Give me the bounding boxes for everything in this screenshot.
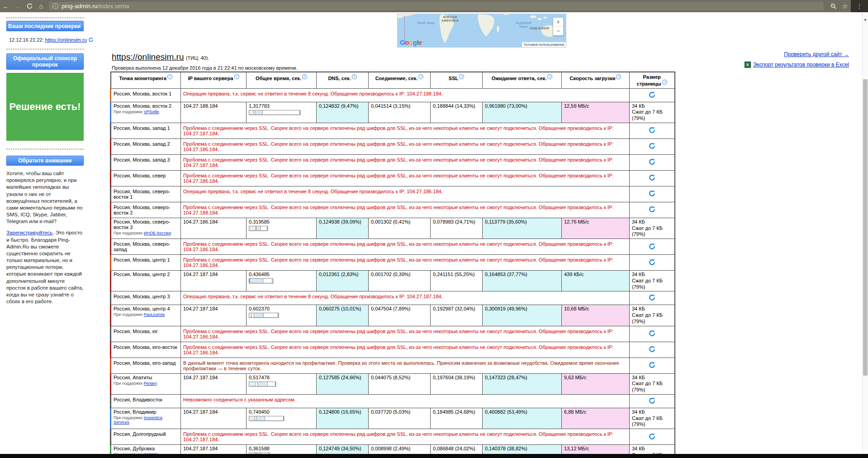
info-icon[interactable]: ? bbox=[352, 74, 357, 79]
zoom-level-icon[interactable] bbox=[827, 0, 839, 12]
google-logo[interactable]: Google bbox=[400, 38, 422, 46]
table-row: Россия, Москва, юго-западВ данный момент… bbox=[111, 358, 675, 373]
recheck-button[interactable] bbox=[630, 358, 675, 373]
status-message-cell: Проблема с соединением через SSL. Скорее… bbox=[181, 202, 630, 218]
google-logo-letter: o bbox=[409, 38, 413, 46]
monitoring-point-cell: Россия, Москва, север bbox=[111, 170, 181, 186]
recheck-button[interactable] bbox=[630, 154, 675, 170]
table-row: Россия, Москва, югПроблема с соединением… bbox=[111, 326, 675, 342]
results-table-wrap: Точка мониторинга?IP вашего сервера?Обще… bbox=[110, 72, 675, 454]
monitoring-point-name: Россия, Москва, центр 4 bbox=[114, 306, 178, 311]
recheck-button[interactable] bbox=[630, 291, 675, 305]
browser-menu-icon[interactable]: ⋮ bbox=[851, 0, 868, 12]
check-other-site-link[interactable]: Проверить другой сайт → bbox=[784, 51, 849, 57]
status-message-cell: Проблема с соединением через SSL. Скорее… bbox=[181, 123, 630, 138]
column-label: Точка мониторинга bbox=[119, 76, 166, 81]
ssl-time-cell: 0,192987 (32,04%) bbox=[431, 305, 483, 326]
map-zoom-out-button[interactable]: − bbox=[553, 27, 563, 35]
scrollbar-thumb[interactable] bbox=[863, 79, 868, 376]
column-header: Соединение, сек.? bbox=[369, 72, 431, 88]
info-icon[interactable]: ? bbox=[302, 74, 307, 79]
download-speed-cell: 439 КБ/с bbox=[562, 271, 630, 291]
register-link[interactable]: Зарегистрируйтесь bbox=[6, 230, 52, 235]
monitoring-point-name: Россия, Москва, юг bbox=[114, 329, 178, 334]
info-icon[interactable]: ? bbox=[459, 74, 464, 79]
recheck-button[interactable] bbox=[630, 186, 675, 202]
sponsor-banner[interactable]: Решение есть! bbox=[6, 73, 84, 141]
recheck-button[interactable] bbox=[630, 239, 675, 255]
monitoring-point-cell: Россия, Москва, запад 1 bbox=[111, 123, 181, 138]
monitoring-point-name: Россия, Москва, запад 3 bbox=[114, 157, 178, 162]
bookmark-star-icon[interactable]: ☆ bbox=[839, 0, 851, 12]
total-time-cell: 0,517478 bbox=[247, 373, 317, 394]
page-info-icon[interactable]: i bbox=[52, 3, 58, 9]
back-icon[interactable]: ← bbox=[0, 0, 12, 12]
total-time-cell: 0,319585 bbox=[247, 218, 317, 239]
recheck-button[interactable] bbox=[630, 255, 675, 271]
notice-title: Обратите внимание bbox=[18, 157, 72, 164]
column-header: Скорость загрузки? bbox=[562, 72, 630, 88]
recheck-button[interactable] bbox=[630, 342, 675, 358]
world-map[interactable]: Тихий океан ЮЖНАЯ АМЕРИКА Индийский океа… bbox=[397, 14, 566, 48]
column-label: Скорость загрузки bbox=[570, 76, 616, 81]
sponsor-link[interactable]: Релант bbox=[144, 381, 157, 386]
recheck-button[interactable] bbox=[630, 123, 675, 138]
recent-check-link[interactable]: https://onlinesim.ru bbox=[45, 37, 87, 43]
check-timestamp-line: Проверка выполнена 12 декабря 2016 года … bbox=[112, 65, 298, 71]
recheck-button[interactable] bbox=[630, 170, 675, 186]
map-zoom-in-button[interactable]: + bbox=[553, 18, 563, 27]
bar-segment bbox=[265, 416, 284, 420]
info-icon[interactable]: ? bbox=[167, 74, 172, 79]
bar-segment bbox=[258, 382, 268, 386]
page-size-compressed: Сжат до 7 КБ (79%) bbox=[632, 415, 672, 428]
monitoring-point-cell: Россия, Москва, запад 2 bbox=[111, 138, 181, 154]
recheck-button[interactable] bbox=[630, 429, 675, 445]
map-terms-link[interactable]: Условия использования bbox=[522, 42, 566, 47]
notice-header: Обратите внимание bbox=[6, 156, 84, 166]
info-icon[interactable]: ? bbox=[547, 74, 552, 79]
dns-time-cell: 0,124938 (39,09%) bbox=[317, 218, 369, 239]
export-excel-link[interactable]: Экспорт результатов проверки в Excel bbox=[753, 62, 849, 68]
sponsor-link[interactable]: Inoventica Services bbox=[114, 415, 162, 425]
sidebar: Ваши последние проверки◦ 12.12.16 21:22:… bbox=[6, 18, 84, 305]
sponsor-link[interactable]: ИНОБ Хостинг bbox=[144, 231, 171, 235]
chrome-right-controls: ☆ ⋮ bbox=[827, 0, 868, 12]
monitoring-point-name: Россия, Апатиты bbox=[114, 375, 178, 380]
monitoring-point-cell: Россия, ДубровкаПри поддержке WebStix. bbox=[111, 445, 181, 454]
page-scrollbar[interactable]: ▲ bbox=[862, 12, 868, 454]
monitoring-point-name: Россия, Владивосток bbox=[114, 397, 178, 402]
sponsor-link[interactable]: VPSville bbox=[144, 110, 159, 114]
forward-icon[interactable]: → bbox=[12, 0, 24, 12]
table-row: Россия, Москва, запад 1Проблема с соедин… bbox=[111, 123, 675, 138]
recheck-button[interactable] bbox=[630, 202, 675, 218]
reload-icon[interactable] bbox=[24, 0, 35, 12]
home-icon[interactable]: ⌂ bbox=[35, 0, 47, 12]
status-message-cell: Проблема с соединением через SSL. Скорее… bbox=[181, 255, 630, 271]
checked-site-link[interactable]: https://onlinesim.ru bbox=[112, 52, 184, 62]
info-icon[interactable]: ? bbox=[234, 74, 239, 79]
recheck-button[interactable] bbox=[630, 394, 675, 408]
page-size-compressed: Сжат до 7 КБ (79%) bbox=[632, 109, 672, 122]
scrollbar-up-arrow[interactable]: ▲ bbox=[863, 18, 868, 21]
recheck-button[interactable] bbox=[630, 88, 675, 102]
bar-segment bbox=[249, 226, 256, 230]
info-icon[interactable]: ◦ bbox=[81, 23, 82, 27]
total-time-cell: 0,361588 bbox=[247, 445, 317, 454]
recheck-icon bbox=[648, 243, 656, 250]
info-icon[interactable]: ? bbox=[662, 80, 667, 85]
column-label: Соединение, сек. bbox=[375, 76, 418, 81]
table-row: Россия, Москва, северо-восток 1Операция … bbox=[111, 186, 675, 202]
info-icon[interactable]: ? bbox=[418, 74, 423, 79]
magnifier-glyph bbox=[830, 3, 837, 10]
address-bar[interactable]: i ping-admin.ru/index.sema bbox=[49, 2, 824, 10]
dns-time-cell: 0,012361 (2,83%) bbox=[317, 271, 369, 291]
monitoring-point-name: Россия, Москва, северо-восток 1 bbox=[114, 189, 178, 200]
recheck-icon[interactable] bbox=[88, 37, 94, 43]
google-logo-letter: e bbox=[418, 38, 422, 46]
wait-time-cell: 0,300919 (49,96%) bbox=[483, 305, 562, 326]
sponsor-link[interactable]: PavLicense bbox=[144, 312, 165, 317]
info-icon[interactable]: ? bbox=[616, 74, 621, 79]
recheck-button[interactable] bbox=[630, 138, 675, 154]
recheck-button[interactable] bbox=[630, 326, 675, 342]
google-logo-letter: o bbox=[405, 38, 409, 46]
